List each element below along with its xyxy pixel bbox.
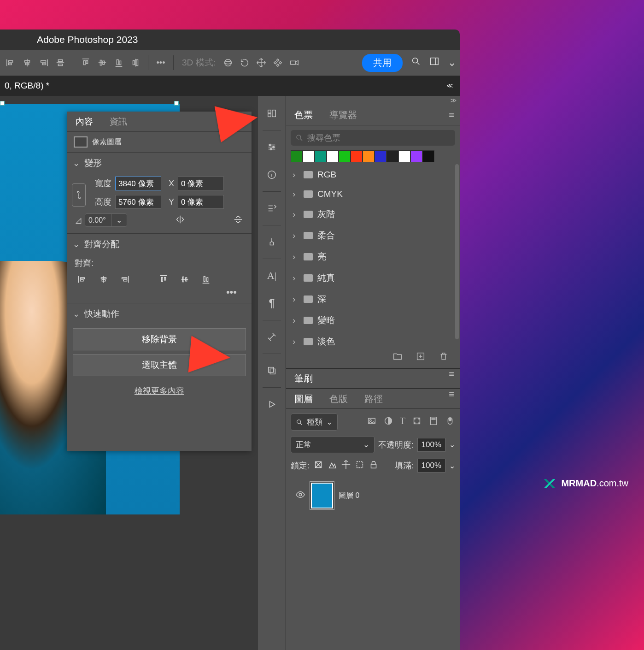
layer-filter-dropdown[interactable]: 種類 ⌄ <box>291 414 338 431</box>
swatch-chip[interactable] <box>363 150 375 162</box>
swatch-chip[interactable] <box>375 150 386 162</box>
3d-orbit-icon[interactable] <box>221 56 235 70</box>
height-input[interactable] <box>115 195 161 209</box>
collapse-dock-icon[interactable]: >> <box>286 96 460 105</box>
document-tab[interactable]: 0, RGB/8) * <box>5 81 49 91</box>
swatch-folder[interactable]: ›柔合 <box>286 225 460 246</box>
tools-icon[interactable] <box>262 327 282 347</box>
swatch-chip[interactable] <box>303 150 315 162</box>
more-options-icon[interactable]: ••• <box>154 56 168 70</box>
swatch-chip[interactable] <box>398 150 410 162</box>
tab-channels[interactable]: 色版 <box>321 389 356 408</box>
view-more-link[interactable]: 檢視更多內容 <box>67 380 252 402</box>
tab-info[interactable]: 資訊 <box>101 112 135 131</box>
character-icon[interactable]: A| <box>262 266 282 286</box>
share-button[interactable]: 共用 <box>362 54 403 72</box>
opacity-input[interactable]: 100% <box>417 438 445 452</box>
blend-mode-dropdown[interactable]: 正常⌄ <box>291 436 375 453</box>
3d-camera-icon[interactable] <box>287 56 301 70</box>
swatch-chip[interactable] <box>315 150 327 162</box>
play-icon[interactable] <box>262 394 282 414</box>
canvas-area[interactable]: 內容 資訊 >> ≡ 像素圖層 變形 <box>0 96 258 650</box>
align-center-v-icon[interactable] <box>180 274 190 286</box>
transform-section-header[interactable]: 變形 <box>67 152 252 174</box>
visibility-icon[interactable] <box>295 490 305 502</box>
tab-layers[interactable]: 圖層 <box>286 389 321 408</box>
layers-icon[interactable] <box>262 360 282 381</box>
paragraph-icon[interactable]: ¶ <box>262 293 282 313</box>
panel-menu-icon[interactable]: ≡ <box>443 369 460 388</box>
lock-artboard-icon[interactable] <box>355 460 365 472</box>
align-right-icon[interactable] <box>120 274 130 286</box>
info-icon[interactable] <box>262 165 282 185</box>
more-align-icon[interactable]: ••• <box>75 286 244 298</box>
panel-menu-icon[interactable]: ≡ <box>443 110 460 120</box>
filter-toggle-icon[interactable] <box>445 416 455 428</box>
new-swatch-icon[interactable] <box>416 351 426 364</box>
swatch-chip[interactable] <box>327 150 339 162</box>
tab-navigator[interactable]: 導覽器 <box>321 105 365 125</box>
y-input[interactable] <box>178 195 224 209</box>
lock-image-icon[interactable] <box>327 460 337 472</box>
panel-toggle-icon[interactable] <box>262 103 282 124</box>
filter-smart-icon[interactable] <box>428 416 439 428</box>
layer-row[interactable]: 圖層 0 <box>291 478 455 513</box>
tab-content[interactable]: 內容 <box>67 112 101 131</box>
align-right-icon[interactable] <box>37 56 51 70</box>
rotation-input[interactable]: 0.00° <box>85 214 109 226</box>
tab-swatches[interactable]: 色票 <box>286 105 321 125</box>
3d-rotate-icon[interactable] <box>238 56 252 70</box>
flip-vertical-icon[interactable] <box>233 214 243 226</box>
align-top-icon[interactable] <box>158 274 169 286</box>
lock-all-icon[interactable] <box>369 460 379 472</box>
quick-actions-header[interactable]: 快速動作 <box>67 303 252 325</box>
swatch-folder[interactable]: ›灰階 <box>286 204 460 225</box>
swatch-folder[interactable]: ›深 <box>286 289 460 310</box>
search-icon[interactable] <box>411 56 421 69</box>
clone-source-icon[interactable] <box>262 232 282 252</box>
transform-handle[interactable] <box>0 101 5 106</box>
adjustments-icon[interactable] <box>262 137 282 157</box>
fill-dropdown[interactable]: ⌄ <box>449 461 455 470</box>
align-center-h-icon[interactable] <box>20 56 34 70</box>
panel-menu-icon[interactable]: ≡ <box>443 389 460 408</box>
width-input[interactable] <box>115 177 161 190</box>
3d-pan-icon[interactable] <box>254 56 268 70</box>
swatch-chip[interactable] <box>291 150 303 162</box>
swatch-folder[interactable]: ›純真 <box>286 267 460 289</box>
align-center-h-icon[interactable] <box>99 274 109 286</box>
align-left-icon[interactable] <box>4 56 18 70</box>
swatch-chip[interactable] <box>410 150 422 162</box>
flip-horizontal-icon[interactable] <box>175 214 185 226</box>
swatch-search-input[interactable]: 搜尋色票 <box>291 130 455 146</box>
3d-slide-icon[interactable] <box>271 56 285 70</box>
link-wh-icon[interactable] <box>72 183 86 207</box>
align-section-header[interactable]: 對齊分配 <box>67 233 252 255</box>
tab-brush[interactable]: 筆刷 <box>286 369 321 388</box>
new-folder-icon[interactable] <box>392 351 403 364</box>
align-bottom-icon[interactable] <box>201 274 211 286</box>
lock-transparent-icon[interactable] <box>313 460 323 472</box>
scrollbar[interactable] <box>455 164 459 339</box>
layer-name[interactable]: 圖層 0 <box>339 491 359 501</box>
rotation-dropdown[interactable]: ⌄ <box>111 214 127 226</box>
swatch-chip[interactable] <box>422 150 434 162</box>
filter-type-icon[interactable]: T <box>400 416 405 428</box>
align-top-icon[interactable] <box>79 56 93 70</box>
swatch-chip[interactable] <box>386 150 398 162</box>
align-center-v-icon[interactable] <box>95 56 109 70</box>
transform-handle[interactable] <box>174 101 179 106</box>
swatch-folder[interactable]: ›淡色 <box>286 331 460 352</box>
workspace-icon[interactable] <box>429 56 439 69</box>
fill-input[interactable]: 100% <box>417 459 445 473</box>
filter-shape-icon[interactable] <box>412 416 422 428</box>
lock-position-icon[interactable] <box>341 460 351 472</box>
swatch-folder[interactable]: ›變暗 <box>286 310 460 331</box>
collapse-arrows-icon[interactable]: << <box>447 82 451 89</box>
swatch-chip[interactable] <box>339 150 351 162</box>
tab-paths[interactable]: 路徑 <box>356 389 391 408</box>
align-left-icon[interactable] <box>77 274 88 286</box>
chevron-down-icon[interactable]: ⌄ <box>448 57 456 69</box>
swatch-folder[interactable]: ›亮 <box>286 246 460 267</box>
swatch-folder[interactable]: ›RGB <box>286 165 460 184</box>
